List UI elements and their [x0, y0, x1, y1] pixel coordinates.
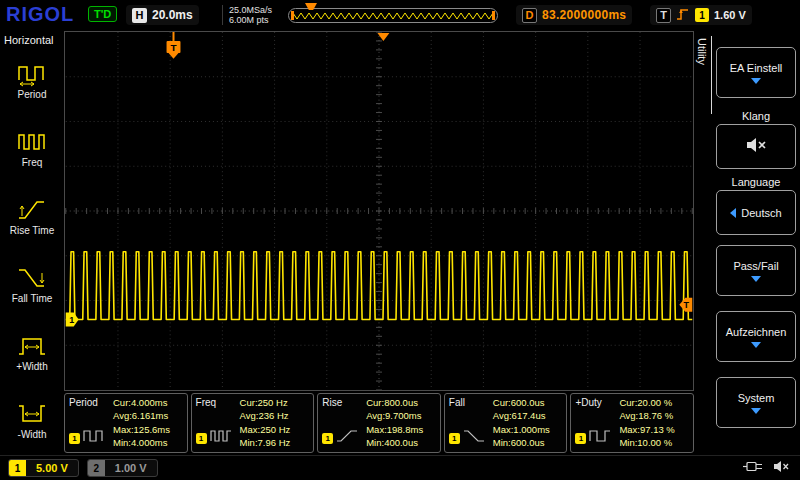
graticule-display: TT1	[64, 31, 694, 391]
memory-waveform-preview	[291, 9, 495, 22]
measure-min: Min:4.000ms	[113, 437, 183, 449]
language-value: Deutsch	[741, 207, 781, 219]
channel-1-badge: 1	[449, 433, 460, 444]
channel-2-badge: 2	[88, 459, 105, 477]
measure-max: Max:198.8ms	[366, 424, 436, 436]
menu-item-klang[interactable]: Klang	[716, 108, 796, 169]
measure-max: Max:250 Hz	[240, 424, 310, 436]
chevron-down-icon	[751, 276, 761, 282]
measurement-panel-fall[interactable]: Fall 1 Cur:600.0us Avg:617.4us Max:1.000…	[444, 393, 568, 453]
channel-2-scale: 1.00 V	[105, 462, 157, 474]
speaker-muted-icon	[745, 137, 767, 157]
channel-1-scale: 5.00 V	[26, 462, 78, 474]
left-menu-item-period[interactable]: Period	[0, 46, 64, 114]
chevron-down-icon	[751, 78, 761, 84]
menu-separator-line	[711, 36, 712, 114]
right-menu-title: Utility	[696, 38, 708, 65]
left-menu-title: Horizontal	[0, 30, 64, 46]
menu-item-system[interactable]: System	[716, 372, 796, 433]
trigger-status-badge: T'D	[88, 6, 117, 22]
chevron-down-icon	[751, 408, 761, 414]
measure-min: Min:600.0us	[493, 437, 563, 449]
measure-cur: Cur:600.0us	[493, 397, 563, 409]
memory-position-bar[interactable]	[288, 8, 498, 23]
channel-1-badge: 1	[9, 459, 26, 477]
measure-cur: Cur:4.000ms	[113, 397, 183, 409]
speaker-muted-icon	[773, 459, 790, 477]
rise-time-icon	[16, 197, 48, 223]
channel-1-badge: 1	[575, 433, 586, 444]
left-menu-item-rise-time[interactable]: Rise Time	[0, 182, 64, 250]
measurement-bar: Period 1 Cur:4.000ms Avg:6.161ms Max:125…	[64, 393, 694, 453]
menu-item-language[interactable]: Language Deutsch	[716, 174, 796, 235]
measure-min: Min:7.96 Hz	[240, 437, 310, 449]
trigger-info-group[interactable]: T 1 1.60 V	[650, 5, 752, 25]
channel-2-status[interactable]: 2 1.00 V	[87, 459, 158, 477]
measure-min: Min:10.00 %	[619, 437, 689, 449]
rise-glyph-icon	[336, 429, 358, 447]
minus-width-icon	[16, 401, 48, 427]
measure-min: Min:400.0us	[366, 437, 436, 449]
measurement-panel-period[interactable]: Period 1 Cur:4.000ms Avg:6.161ms Max:125…	[64, 393, 188, 453]
measure-cur: Cur:20.00 %	[619, 397, 689, 409]
measure-avg: Avg:236 Hz	[240, 410, 310, 422]
svg-text:T: T	[684, 300, 690, 310]
menu-item-pass-fail[interactable]: Pass/Fail	[716, 240, 796, 301]
measurement-panel-freq[interactable]: Freq 1 Cur:250 Hz Avg:236 Hz Max:250 Hz …	[191, 393, 315, 453]
horizontal-offset-value: 83.2000000ms	[542, 8, 626, 22]
chevron-left-icon	[730, 208, 736, 218]
top-status-bar: RIGOL T'D H 20.0ms 25.0MSa/s 6.00M pts D…	[0, 0, 800, 30]
memory-depth: 6.00M pts	[229, 15, 272, 25]
period-icon	[16, 61, 48, 87]
left-menu-item-plus-width[interactable]: +Width	[0, 319, 64, 387]
channel-1-badge: 1	[322, 433, 333, 444]
timebase-group[interactable]: H 20.0ms	[126, 5, 199, 25]
fall-glyph-icon	[463, 429, 485, 447]
channel-1-badge: 1	[69, 433, 80, 444]
measure-cur: Cur:250 Hz	[240, 397, 310, 409]
fall-time-icon	[16, 265, 48, 291]
rigol-logo: RIGOL	[6, 3, 74, 26]
left-menu-item-fall-time[interactable]: Fall Time	[0, 251, 64, 319]
chevron-down-icon	[751, 342, 761, 348]
usb-icon	[742, 459, 764, 477]
duty-glyph-icon	[589, 429, 611, 447]
left-menu-item-freq[interactable]: Freq	[0, 114, 64, 182]
plus-width-icon	[16, 333, 48, 359]
measurement-panel-duty[interactable]: +Duty 1 Cur:20.00 % Avg:18.76 % Max:97.1…	[570, 393, 694, 453]
svg-text:T: T	[170, 42, 176, 53]
channel-status-bar: 1 5.00 V 2 1.00 V	[0, 455, 800, 480]
h-badge: H	[132, 8, 147, 23]
measure-max: Max:97.13 %	[619, 424, 689, 436]
measure-avg: Avg:18.76 %	[619, 410, 689, 422]
measure-avg: Avg:6.161ms	[113, 410, 183, 422]
d-badge: D	[522, 8, 537, 23]
horizontal-offset-group[interactable]: D 83.2000000ms	[516, 5, 632, 25]
freq-glyph-icon	[210, 429, 232, 447]
svg-text:1: 1	[69, 315, 74, 325]
t-badge: T	[656, 8, 671, 23]
period-glyph-icon	[83, 429, 105, 447]
measure-cur: Cur:800.0us	[366, 397, 436, 409]
channel-1-badge: 1	[196, 433, 207, 444]
freq-icon	[16, 129, 48, 155]
channel-1-status[interactable]: 1 5.00 V	[8, 459, 79, 477]
measure-avg: Avg:9.700ms	[366, 410, 436, 422]
menu-item-aufzeichnen[interactable]: Aufzeichnen	[716, 306, 796, 367]
rising-edge-icon	[676, 6, 690, 25]
right-soft-menu: Utility EA Einstell Klang	[696, 30, 800, 455]
trigger-source-badge: 1	[695, 8, 709, 22]
oscilloscope-screen: RIGOL T'D H 20.0ms 25.0MSa/s 6.00M pts D…	[0, 0, 800, 480]
menu-item-ea-einstell[interactable]: EA Einstell	[716, 42, 796, 103]
measure-max: Max:125.6ms	[113, 424, 183, 436]
timebase-value: 20.0ms	[152, 8, 193, 22]
measurement-panel-rise[interactable]: Rise 1 Cur:800.0us Avg:9.700ms Max:198.8…	[317, 393, 441, 453]
measure-max: Max:1.000ms	[493, 424, 563, 436]
measure-avg: Avg:617.4us	[493, 410, 563, 422]
left-menu-item-minus-width[interactable]: -Width	[0, 387, 64, 455]
memory-window-left-cap	[291, 11, 294, 20]
sample-rate-block: 25.0MSa/s 6.00M pts	[222, 5, 272, 25]
sample-rate: 25.0MSa/s	[229, 5, 272, 15]
left-measure-menu: Horizontal Period Freq	[0, 30, 64, 455]
waveform-canvas: TT1	[65, 32, 693, 390]
